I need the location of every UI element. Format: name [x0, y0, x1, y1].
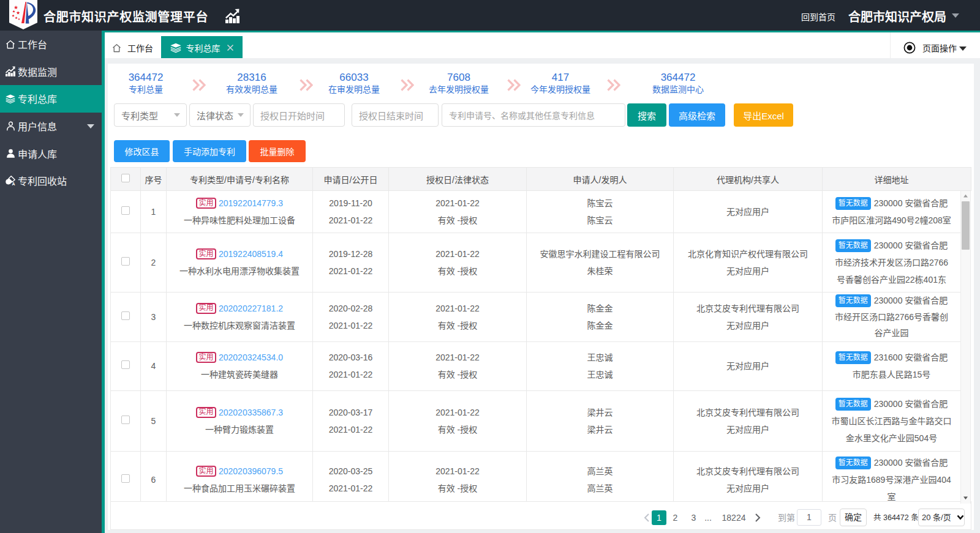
svg-text:A: A: [12, 182, 15, 185]
